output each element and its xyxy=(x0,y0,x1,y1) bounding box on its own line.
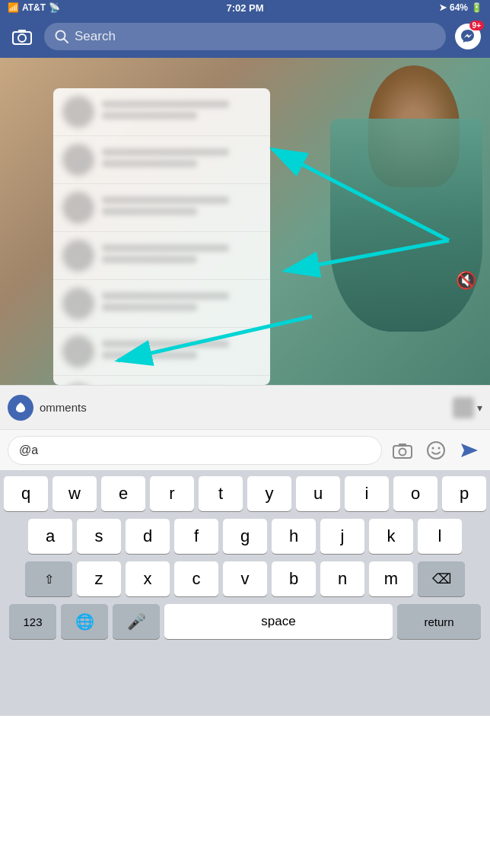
svg-rect-2 xyxy=(18,30,26,33)
svg-rect-13 xyxy=(399,444,406,447)
blurred-sub xyxy=(102,160,197,167)
blurred-name xyxy=(102,292,229,300)
key-f[interactable]: f xyxy=(174,519,218,554)
return-key[interactable]: return xyxy=(397,604,481,639)
comment-input[interactable]: @a xyxy=(8,436,382,465)
avatar xyxy=(62,335,94,367)
key-s[interactable]: s xyxy=(77,519,121,554)
text-block xyxy=(102,100,261,123)
svg-rect-11 xyxy=(393,446,412,458)
key-v[interactable]: v xyxy=(223,561,267,596)
send-button[interactable] xyxy=(457,437,482,463)
time-label: 7:02 PM xyxy=(226,2,263,14)
blurred-sub xyxy=(102,351,197,359)
list-item[interactable] xyxy=(53,376,270,385)
sort-chevron-icon[interactable]: ▾ xyxy=(477,402,482,414)
list-item[interactable] xyxy=(53,280,270,328)
blurred-name xyxy=(102,148,229,156)
key-q[interactable]: q xyxy=(4,476,48,511)
search-placeholder: Search xyxy=(75,29,116,44)
comments-label: omments xyxy=(40,401,447,414)
key-p[interactable]: p xyxy=(442,476,486,511)
key-a[interactable]: a xyxy=(28,519,72,554)
camera-button[interactable] xyxy=(8,22,37,51)
keyboard-row-2: a s d f g h j k l xyxy=(2,519,488,554)
like-button[interactable] xyxy=(8,395,33,421)
key-g[interactable]: g xyxy=(223,519,267,554)
space-key[interactable]: space xyxy=(164,604,393,639)
content-area: 🔇 xyxy=(0,58,490,385)
key-u[interactable]: u xyxy=(296,476,340,511)
status-right: ➤ 64% 🔋 xyxy=(439,2,482,13)
text-block xyxy=(102,244,261,267)
blurred-name xyxy=(102,244,229,252)
search-bar[interactable]: Search xyxy=(44,23,446,50)
mute-icon[interactable]: 🔇 xyxy=(456,271,476,291)
key-b[interactable]: b xyxy=(272,561,316,596)
nav-bar: Search 9+ xyxy=(0,15,490,58)
keyboard: q w e r t y u i o p a s d f g h j k l ⇧ … xyxy=(0,470,490,716)
key-o[interactable]: o xyxy=(393,476,438,511)
emoji-icon-button[interactable] xyxy=(423,437,449,463)
avatar xyxy=(62,144,94,176)
blurred-sub xyxy=(102,256,197,263)
blurred-name xyxy=(102,340,229,348)
key-e[interactable]: e xyxy=(101,476,145,511)
wifi-icon: 📡 xyxy=(49,2,60,13)
keyboard-row-1: q w e r t y u i o p xyxy=(2,476,488,511)
key-l[interactable]: l xyxy=(418,519,462,554)
text-block xyxy=(102,340,261,363)
signal-icon: 📶 xyxy=(8,2,19,13)
delete-key[interactable]: ⌫ xyxy=(418,561,465,596)
key-r[interactable]: r xyxy=(150,476,194,511)
key-t[interactable]: t xyxy=(199,476,243,511)
input-text: @a xyxy=(19,444,38,457)
key-c[interactable]: c xyxy=(174,561,218,596)
camera-icon-button[interactable] xyxy=(390,437,415,463)
keyboard-row-3: ⇧ z x c v b n m ⌫ xyxy=(2,561,488,596)
shift-key[interactable]: ⇧ xyxy=(25,561,72,596)
key-j[interactable]: j xyxy=(320,519,364,554)
status-left: 📶 AT&T 📡 xyxy=(8,2,60,13)
list-item[interactable] xyxy=(53,88,270,136)
key-n[interactable]: n xyxy=(320,561,364,596)
key-m[interactable]: m xyxy=(369,561,413,596)
list-item[interactable] xyxy=(53,328,270,376)
blurred-sub xyxy=(102,112,197,119)
svg-point-12 xyxy=(399,448,406,455)
key-d[interactable]: d xyxy=(126,519,170,554)
blurred-sub xyxy=(102,208,197,215)
blurred-sub xyxy=(102,304,197,311)
avatar xyxy=(62,288,94,320)
key-x[interactable]: x xyxy=(126,561,170,596)
globe-key[interactable]: 🌐 xyxy=(61,604,108,639)
location-icon: ➤ xyxy=(439,2,447,13)
messenger-button[interactable]: 9+ xyxy=(453,22,482,51)
blurred-name xyxy=(102,196,229,204)
sort-avatar xyxy=(453,397,474,418)
key-h[interactable]: h xyxy=(272,519,316,554)
key-y[interactable]: y xyxy=(247,476,291,511)
list-item[interactable] xyxy=(53,136,270,184)
battery-icon: 🔋 xyxy=(471,2,482,13)
battery-label: 64% xyxy=(450,2,468,13)
key-i[interactable]: i xyxy=(345,476,389,511)
text-block xyxy=(102,292,261,315)
avatar xyxy=(62,383,94,385)
carrier-label: AT&T xyxy=(22,2,46,13)
svg-point-14 xyxy=(428,442,444,459)
list-item[interactable] xyxy=(53,232,270,280)
mic-key[interactable]: 🎤 xyxy=(113,604,160,639)
dropdown-panel[interactable] xyxy=(53,88,270,385)
sort-area[interactable]: ▾ xyxy=(453,397,482,418)
svg-marker-17 xyxy=(461,444,478,457)
svg-point-16 xyxy=(438,447,441,449)
num-key[interactable]: 123 xyxy=(9,604,56,639)
key-z[interactable]: z xyxy=(77,561,121,596)
avatar xyxy=(62,240,94,272)
list-item[interactable] xyxy=(53,184,270,232)
avatar xyxy=(62,96,94,128)
key-k[interactable]: k xyxy=(369,519,413,554)
key-w[interactable]: w xyxy=(52,476,97,511)
blurred-name xyxy=(102,100,229,108)
